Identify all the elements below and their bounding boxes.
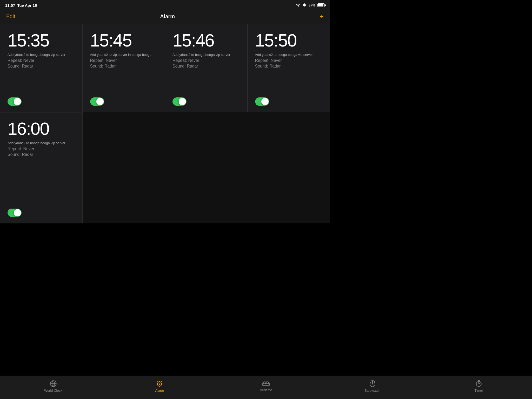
toggle-knob-0 bbox=[14, 98, 21, 105]
status-right: 87% bbox=[296, 3, 325, 7]
alarm-sound-3: Sound: Radar bbox=[255, 64, 323, 69]
alarm-repeat-3: Repeat: Never bbox=[255, 58, 323, 63]
alarm-card-empty-1 bbox=[83, 112, 165, 223]
alarm-repeat-1: Repeat: Never bbox=[90, 58, 158, 63]
alarm-card-empty-3 bbox=[248, 112, 330, 223]
alarm-card-4[interactable]: 16:00 Add ydanc2 to booga booga vip serv… bbox=[0, 112, 83, 223]
alarm-card-2[interactable]: 15:46 Add ydanc2 to booga booga vip serv… bbox=[165, 24, 248, 112]
alarm-toggle-4[interactable] bbox=[8, 209, 22, 217]
alarm-row-1: 15:35 Add ydanc2 to booga booga vip serv… bbox=[0, 24, 330, 112]
status-left: 11:57 Tue Apr 16 bbox=[5, 3, 37, 8]
alarm-time-3: 15:50 bbox=[255, 31, 323, 49]
alarm-label-0: Add ydanc2 to booga booga vip server bbox=[8, 53, 75, 57]
time-display: 11:57 bbox=[5, 3, 15, 8]
edit-button[interactable]: Edit bbox=[6, 14, 15, 19]
alarm-card-3[interactable]: 15:50 Add ydanc2 to booga booga vip serv… bbox=[248, 24, 330, 112]
alarm-label-4: Add ydanc2 to booga booga vip server bbox=[8, 141, 75, 145]
alarm-repeat-0: Repeat: Never bbox=[8, 58, 75, 63]
battery-indicator bbox=[317, 3, 325, 7]
alarm-repeat-2: Repeat: Never bbox=[172, 58, 240, 63]
alarm-time-0: 15:35 bbox=[8, 31, 75, 49]
date-display: Tue Apr 16 bbox=[17, 3, 37, 8]
toggle-knob-2 bbox=[179, 98, 186, 105]
main-content: 15:35 Add ydanc2 to booga booga vip serv… bbox=[0, 24, 330, 223]
alarm-sound-4: Sound: Radar bbox=[8, 152, 75, 157]
alarm-toggle-2[interactable] bbox=[172, 97, 187, 106]
alarm-card-1[interactable]: 15:45 Add ydanc2 to vip server in booga … bbox=[83, 24, 165, 112]
alarm-toggle-3[interactable] bbox=[255, 97, 269, 106]
alarm-label-1: Add ydanc2 to vip server in booga booga bbox=[90, 53, 158, 57]
battery-percent: 87% bbox=[309, 3, 315, 7]
toggle-knob-1 bbox=[96, 98, 104, 105]
alarm-card-empty-2 bbox=[165, 112, 248, 223]
alarm-sound-2: Sound: Radar bbox=[172, 64, 240, 69]
alarm-label-3: Add ydanc2 to booga booga vip server bbox=[255, 53, 323, 57]
alarm-status-icon bbox=[302, 3, 307, 7]
alarm-label-2: Add ydanc2 to booga booga vip server bbox=[172, 53, 240, 57]
alarm-repeat-4: Repeat: Never bbox=[8, 147, 75, 151]
alarm-row-2: 16:00 Add ydanc2 to booga booga vip serv… bbox=[0, 112, 330, 223]
alarm-toggle-1[interactable] bbox=[90, 97, 104, 106]
add-alarm-button[interactable]: + bbox=[320, 12, 324, 21]
status-bar: 11:57 Tue Apr 16 87% bbox=[0, 0, 330, 10]
alarm-toggle-0[interactable] bbox=[8, 97, 22, 106]
alarm-time-4: 16:00 bbox=[8, 120, 75, 137]
toggle-knob-3 bbox=[261, 98, 269, 105]
nav-bar: Edit Alarm + bbox=[0, 10, 330, 24]
alarms-wrapper: 15:35 Add ydanc2 to booga booga vip serv… bbox=[0, 24, 330, 223]
alarm-card-0[interactable]: 15:35 Add ydanc2 to booga booga vip serv… bbox=[0, 24, 83, 112]
page-title: Alarm bbox=[160, 14, 175, 19]
toggle-knob-4 bbox=[14, 209, 21, 216]
alarm-sound-1: Sound: Radar bbox=[90, 64, 158, 69]
alarm-sound-0: Sound: Radar bbox=[8, 64, 75, 69]
alarm-time-1: 15:45 bbox=[90, 31, 158, 49]
wifi-icon bbox=[296, 3, 300, 7]
alarm-time-2: 15:46 bbox=[172, 31, 240, 49]
